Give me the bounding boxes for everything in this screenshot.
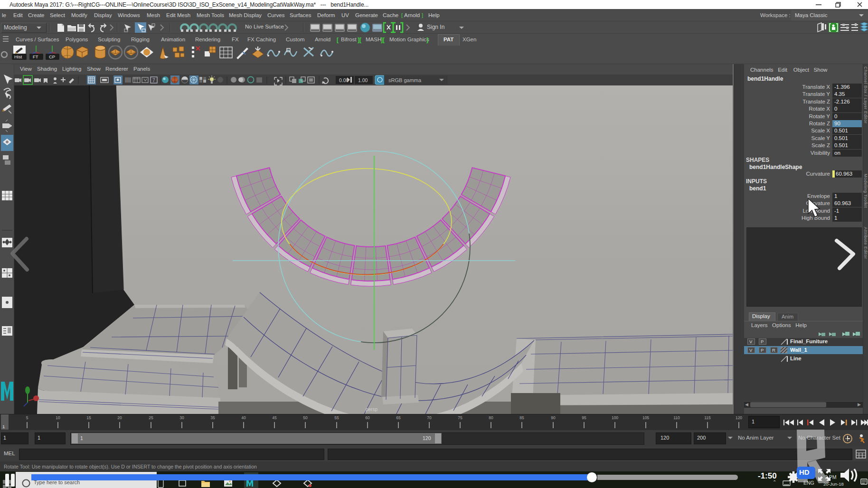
- svg-text:65: 65: [396, 415, 401, 420]
- svg-text:85: 85: [519, 415, 524, 420]
- svg-text:15: 15: [86, 415, 91, 420]
- svg-text:110: 110: [673, 415, 680, 420]
- svg-text:95: 95: [582, 415, 586, 420]
- svg-text:50: 50: [303, 415, 308, 420]
- svg-text:sRGB gamma: sRGB gamma: [388, 77, 422, 83]
- svg-text:Hist: Hist: [14, 54, 22, 59]
- svg-text:5: 5: [26, 415, 28, 420]
- svg-text:100: 100: [612, 415, 618, 420]
- svg-text:115: 115: [704, 415, 711, 420]
- svg-text:105: 105: [642, 415, 649, 420]
- svg-text:7: 7: [152, 78, 155, 83]
- svg-text:70: 70: [427, 415, 432, 420]
- svg-text:30: 30: [179, 415, 184, 420]
- svg-text:75: 75: [458, 415, 462, 420]
- svg-text:120: 120: [736, 415, 742, 420]
- svg-text:35: 35: [210, 415, 215, 420]
- svg-text:55: 55: [334, 415, 339, 420]
- svg-text:25: 25: [149, 415, 153, 420]
- svg-text:90: 90: [551, 415, 556, 420]
- svg-text:45: 45: [272, 415, 277, 420]
- svg-text:FT: FT: [33, 54, 38, 59]
- svg-text:persp: persp: [366, 407, 377, 412]
- svg-text:40: 40: [241, 415, 246, 420]
- svg-text:CP: CP: [49, 54, 55, 59]
- svg-text:1.00: 1.00: [358, 77, 368, 83]
- svg-text:80: 80: [489, 415, 493, 420]
- svg-text:20: 20: [117, 415, 122, 420]
- svg-text:10: 10: [56, 415, 60, 420]
- svg-text:60: 60: [365, 415, 370, 420]
